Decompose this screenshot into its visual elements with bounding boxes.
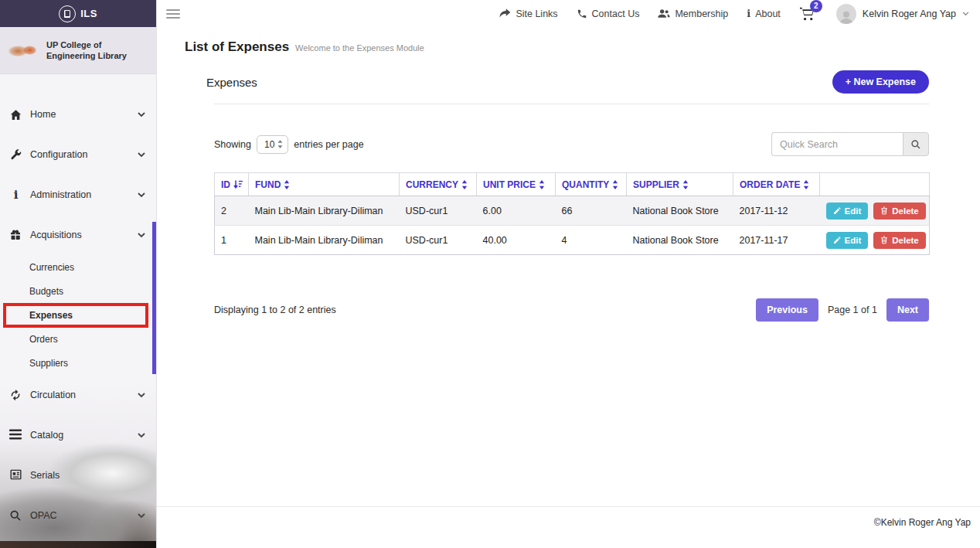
sort-updown-icon [284,180,290,189]
pagination: Previous Page 1 of 1 Next [756,298,929,322]
trash-icon [880,206,888,215]
edit-button[interactable]: Edit [826,203,869,220]
per-page-select[interactable]: 10 [257,135,288,154]
nav-link-label: About [755,9,781,19]
edit-button[interactable]: Edit [826,232,869,249]
pencil-icon [833,207,841,215]
sidebar-item-home[interactable]: Home [0,94,156,134]
cell-order-date: 2017-11-12 [733,196,820,226]
nav-about[interactable]: i About [747,8,781,19]
sidebar-item-suppliers[interactable]: Suppliers [0,351,156,375]
sidebar-item-label: Configuration [30,149,87,160]
panel-body: Showing 10 entries per page [185,104,929,322]
column-header-id[interactable]: ID [215,173,249,196]
column-label: CURRENCY [406,179,458,190]
cell-fund: Main Lib-Main Library-Diliman [249,196,400,226]
column-header-order-date[interactable]: ORDER DATE [733,173,820,196]
column-header-quantity[interactable]: QUANTITY [556,173,627,196]
menu-toggle-icon[interactable] [166,7,180,21]
column-header-actions [820,173,930,196]
nav-contact-us[interactable]: Contact Us [577,9,640,19]
sidebar-item-administration[interactable]: i Administration [0,175,156,215]
copyright-text: ©Kelvin Roger Ang Yap [874,517,971,528]
sidebar-item-acquisitions[interactable]: Acquisitions [0,215,156,255]
sidebar-item-expenses[interactable]: Expenses [0,303,156,327]
library-banner: UP College of Engineering Library [0,27,156,74]
refresh-icon [9,389,22,402]
search-button[interactable] [903,132,929,156]
column-label: QUANTITY [562,179,609,190]
nav-membership[interactable]: Membership [658,9,728,19]
expenses-panel: Expenses + New Expense Showing 10 entrie… [185,70,929,322]
chevron-down-icon [138,393,145,398]
wrench-icon [9,148,22,162]
sidebar-item-label: Acquisitions [30,230,82,240]
chevron-down-icon [138,192,145,198]
nav-link-label: Membership [675,9,728,19]
sub-item-label: Suppliers [29,358,68,369]
delete-button[interactable]: Delete [873,203,926,220]
per-page-value: 10 [264,139,274,150]
sort-updown-icon [539,180,545,189]
top-navbar: Site Links Contact Us Membership i About… [157,0,980,27]
phone-icon [577,9,587,19]
sidebar-item-label: Serials [30,470,60,481]
cart-badge: 2 [810,0,822,12]
book-spine-decor [0,541,156,548]
nav-link-label: Site Links [516,9,557,19]
search-icon [910,139,921,150]
column-header-supplier[interactable]: SUPPLIER [627,173,733,196]
sidebar-item-configuration[interactable]: Configuration [0,134,156,175]
page-header: List of Expenses Welcome to the Expenses… [185,39,929,55]
cart-button[interactable]: 2 [799,7,815,21]
quick-search-input[interactable] [771,132,903,156]
column-header-unit-price[interactable]: UNIT PRICE [477,173,556,196]
entries-summary: Displaying 1 to 2 of 2 entries [214,305,336,315]
table-footer: Displaying 1 to 2 of 2 entries Previous … [214,298,929,322]
cell-currency: USD-cur1 [400,196,477,226]
share-arrow-icon [499,9,511,19]
home-icon [9,108,22,121]
trash-icon [880,236,888,244]
table-header-row: ID FUND CURRENCY UNIT PRICE QUANTITY SUP… [215,173,930,196]
avatar [836,4,856,24]
new-expense-button[interactable]: + New Expense [832,70,929,94]
sidebar-item-opac[interactable]: OPAC [0,495,156,536]
nav-site-links[interactable]: Site Links [499,9,557,19]
column-label: ID [221,179,230,190]
cell-actions: Edit Delete [820,196,930,226]
sidebar-item-orders[interactable]: Orders [0,327,156,351]
cell-supplier: National Book Store [627,226,733,255]
list-icon [9,429,22,442]
sub-item-label: Currencies [29,262,74,273]
cell-unit-price: 6.00 [477,196,556,226]
sort-updown-icon [612,180,618,189]
user-menu[interactable]: Kelvin Roger Ang Yap [836,4,969,24]
page-title: List of Expenses [185,39,289,55]
sidebar-item-label: Catalog [30,430,63,441]
sidebar-item-circulation[interactable]: Circulation [0,375,156,415]
previous-button[interactable]: Previous [756,298,818,322]
cell-fund: Main Lib-Main Library-Diliman [249,226,400,255]
sub-item-label: Orders [29,334,58,345]
user-name: Kelvin Roger Ang Yap [863,9,956,19]
sidebar-item-serials[interactable]: Serials [0,455,156,495]
sidebar-item-budgets[interactable]: Budgets [0,279,156,303]
topbar-links: Site Links Contact Us Membership i About… [499,4,969,24]
delete-button[interactable]: Delete [873,232,926,249]
cell-id: 2 [215,196,249,226]
info-icon: i [9,189,22,202]
cell-order-date: 2017-11-17 [733,226,820,255]
sort-updown-icon [682,180,689,189]
column-label: SUPPLIER [633,179,679,190]
column-label: UNIT PRICE [483,179,536,190]
cell-currency: USD-cur1 [400,226,477,255]
sidebar-item-currencies[interactable]: Currencies [0,255,156,279]
content: List of Expenses Welcome to the Expenses… [157,27,980,506]
sort-desc-icon [233,180,243,189]
column-header-fund[interactable]: FUND [249,173,400,196]
sidebar-item-catalog[interactable]: Catalog [0,415,156,455]
next-button[interactable]: Next [886,298,929,322]
search-icon [9,509,22,522]
column-header-currency[interactable]: CURRENCY [400,173,477,196]
